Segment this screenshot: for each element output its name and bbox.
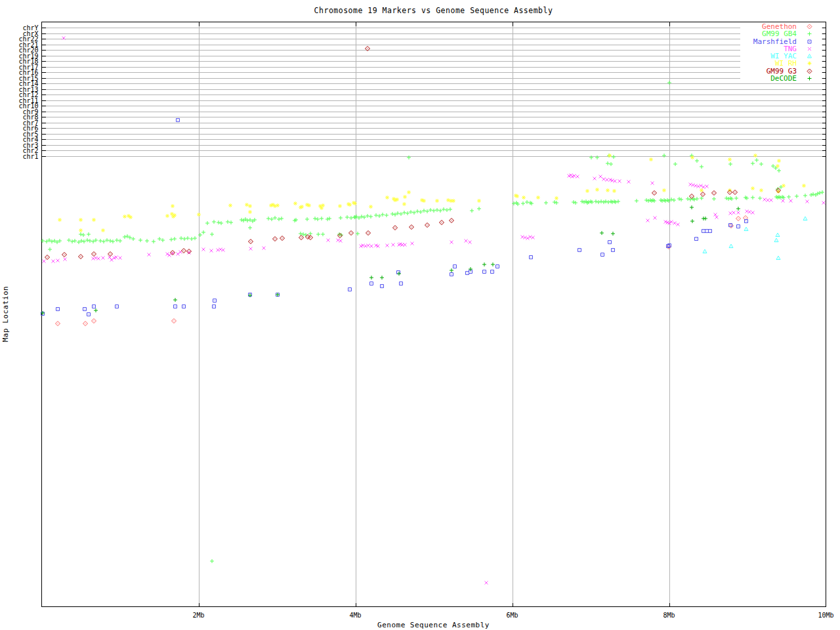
data-point-gm99-gb4 xyxy=(88,239,92,243)
data-point-gm99-gb4 xyxy=(435,208,439,212)
data-point-tng xyxy=(770,199,773,202)
series-wi-rh xyxy=(58,154,806,232)
legend-label-wi-rh: WI RH xyxy=(775,60,797,67)
data-point-gm99-gb4 xyxy=(240,218,243,222)
data-point-wi-yac xyxy=(744,227,748,231)
data-point-gm99-gb4 xyxy=(210,559,214,563)
data-point-tng xyxy=(654,217,657,220)
data-point-tng xyxy=(806,200,809,203)
data-point-marshfield xyxy=(93,305,96,308)
data-point-tng xyxy=(339,240,343,243)
data-point-tng xyxy=(97,257,100,261)
data-point-wi-rh xyxy=(407,190,411,194)
data-point-gm99-gb4 xyxy=(759,162,763,166)
data-point-gm99-g3 xyxy=(701,192,705,197)
data-point-wi-rh xyxy=(402,202,406,206)
data-point-wi-rh xyxy=(446,198,450,202)
series-tng xyxy=(43,37,826,585)
data-point-gm99-g3 xyxy=(79,255,83,259)
data-point-gm99-gb4 xyxy=(712,197,716,201)
data-point-gm99-gb4 xyxy=(602,200,606,204)
data-point-gm99-gb4 xyxy=(118,239,122,243)
data-point-gm99-g3 xyxy=(425,223,430,228)
data-point-tng xyxy=(651,182,654,185)
data-point-tng xyxy=(627,180,631,184)
data-point-marshfield xyxy=(177,119,180,122)
data-point-gm99-gb4 xyxy=(555,201,558,205)
data-point-wi-rh xyxy=(307,203,311,207)
data-point-gm99-g3 xyxy=(349,231,354,236)
data-point-wi-rh xyxy=(477,199,481,203)
data-point-wi-rh xyxy=(248,210,252,214)
data-point-gm99-gb4 xyxy=(470,209,474,213)
data-point-gm99-gb4 xyxy=(803,194,807,198)
y-tick-label: chr1 xyxy=(22,153,38,160)
data-point-marshfield xyxy=(400,282,403,285)
x-tick-label: 10Mb xyxy=(818,612,833,619)
data-point-tng xyxy=(766,199,770,202)
data-point-gm99-gb4 xyxy=(277,217,281,221)
data-point-decode xyxy=(736,207,740,211)
data-point-gm99-gb4 xyxy=(820,190,824,194)
data-point-gm99-gb4 xyxy=(695,197,699,201)
data-point-wi-yac xyxy=(774,238,778,242)
data-point-gm99-gb4 xyxy=(758,196,762,200)
legend-marker-decode-icon xyxy=(805,74,814,83)
data-point-tng xyxy=(119,257,122,260)
data-point-wi-rh xyxy=(197,213,201,217)
data-point-gm99-gb4 xyxy=(818,191,822,195)
data-point-gm99-gb4 xyxy=(553,200,556,204)
data-point-gm99-gb4 xyxy=(795,194,799,198)
data-point-tng xyxy=(614,180,617,183)
data-point-decode xyxy=(397,272,401,276)
tick-labels: chrYchrXchr22chr21chr20chr19chr18chr17ch… xyxy=(18,24,833,619)
data-point-gm99-gb4 xyxy=(111,240,115,243)
data-point-marshfield xyxy=(83,308,87,311)
data-point-tng xyxy=(110,259,114,262)
data-point-wi-rh xyxy=(435,199,439,203)
data-point-gm99-gb4 xyxy=(201,230,205,234)
data-point-gm99-gb4 xyxy=(229,220,233,224)
data-point-wi-rh xyxy=(759,188,763,192)
data-point-wi-rh xyxy=(101,228,105,232)
data-point-gm99-gb4 xyxy=(673,162,677,166)
data-point-gm99-gb4 xyxy=(169,238,173,242)
series-marshfield xyxy=(41,119,748,316)
data-point-gm99-gb4 xyxy=(345,215,349,219)
data-point-gm99-gb4 xyxy=(582,200,586,204)
data-point-tng xyxy=(171,252,175,255)
data-point-tng xyxy=(737,211,740,215)
data-point-wi-rh xyxy=(536,196,540,200)
data-point-gm99-gb4 xyxy=(98,239,102,243)
gridlines xyxy=(42,22,826,607)
data-point-wi-rh xyxy=(690,156,694,159)
data-point-gm99-g3 xyxy=(280,236,285,241)
data-point-wi-rh xyxy=(276,203,280,207)
x-tick-label: 8Mb xyxy=(663,612,675,619)
data-point-tng xyxy=(521,236,524,239)
data-point-gm99-gb4 xyxy=(190,237,194,241)
data-point-gm99-gb4 xyxy=(572,200,576,204)
data-point-gm99-gb4 xyxy=(81,233,85,237)
data-point-wi-rh xyxy=(522,196,526,200)
data-point-tng xyxy=(56,259,60,262)
data-point-gm99-gb4 xyxy=(700,165,704,169)
data-point-marshfield xyxy=(381,285,384,288)
data-point-wi-rh xyxy=(802,184,806,188)
data-point-wi-rh xyxy=(555,196,558,200)
data-point-marshfield xyxy=(737,225,740,228)
data-point-gm99-gb4 xyxy=(432,209,436,213)
data-point-wi-rh xyxy=(608,154,612,158)
data-point-gm99-gb4 xyxy=(644,198,648,202)
data-point-tng xyxy=(763,198,766,201)
data-point-wi-rh xyxy=(273,204,277,208)
data-point-wi-rh xyxy=(422,199,426,203)
data-point-gm99-gb4 xyxy=(115,238,119,242)
data-point-tng xyxy=(748,211,751,214)
data-point-tng xyxy=(177,253,180,256)
data-point-tng xyxy=(222,249,225,252)
data-point-gm99-gb4 xyxy=(574,201,578,205)
data-point-wi-rh xyxy=(606,188,610,192)
data-point-tng xyxy=(822,201,826,205)
data-point-gm99-gb4 xyxy=(210,232,214,236)
